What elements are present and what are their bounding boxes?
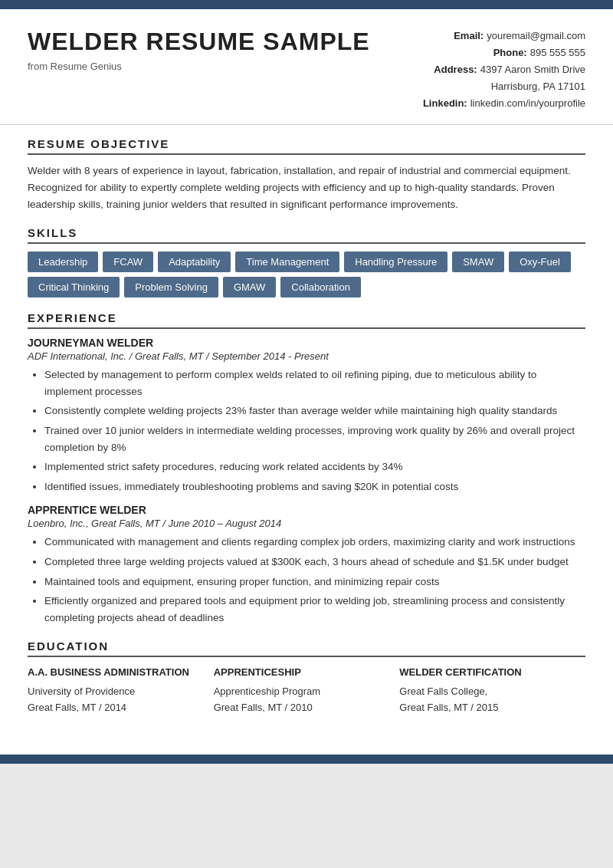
email-label: Email: — [454, 28, 484, 44]
job-entry: APPRENTICE WELDERLoenbro, Inc., Great Fa… — [28, 504, 585, 626]
job-company: ADF International, Inc. / Great Falls, M… — [28, 350, 585, 362]
job-bullet: Maintained tools and equipment, ensuring… — [44, 574, 585, 590]
skill-tag: Collaboration — [280, 277, 361, 298]
skill-tag: Critical Thinking — [28, 277, 120, 298]
edu-col: A.A. BUSINESS ADMINISTRATIONUniversity o… — [28, 665, 214, 715]
objective-title: RESUME OBJECTIVE — [28, 137, 585, 155]
edu-school: University of Providence — [28, 684, 214, 700]
skills-title: SKILLS — [28, 226, 585, 244]
experience-section: EXPERIENCE JOURNEYMAN WELDERADF Internat… — [28, 311, 585, 626]
email-row: Email: youremail@gmail.com — [423, 28, 585, 44]
address-label: Address: — [434, 61, 477, 95]
job-entry: JOURNEYMAN WELDERADF International, Inc.… — [28, 337, 585, 495]
skill-tag: Oxy-Fuel — [509, 252, 571, 272]
edu-program: Apprenticeship Program — [214, 684, 400, 700]
job-bullets: Selected by management to perform comple… — [28, 367, 585, 495]
skill-tag: Adaptability — [158, 252, 231, 272]
job-title: APPRENTICE WELDER — [28, 504, 585, 516]
job-bullet: Efficiently organized and prepared tools… — [44, 593, 585, 626]
header: WELDER RESUME SAMPLE from Resume Genius … — [0, 9, 613, 125]
linkedin-row: Linkedin: linkedin.com/in/yourprofile — [423, 95, 585, 112]
edu-location-year: Great Falls, MT / 2010 — [214, 700, 400, 716]
experience-title: EXPERIENCE — [28, 311, 585, 329]
address-row: Address: 4397 Aaron Smith Drive Harrisbu… — [423, 61, 585, 95]
edu-degree-title: WELDER CERTIFICATION — [399, 665, 585, 681]
skill-tag: Time Management — [235, 252, 339, 272]
phone-label: Phone: — [493, 44, 527, 61]
skill-tag: Leadership — [28, 252, 98, 272]
experience-jobs: JOURNEYMAN WELDERADF International, Inc.… — [28, 337, 585, 626]
edu-col: APPRENTICESHIPApprenticeship ProgramGrea… — [214, 665, 400, 715]
edu-degree-title: APPRENTICESHIP — [214, 665, 400, 681]
job-bullet: Consistently complete welding projects 2… — [44, 403, 585, 419]
skill-tag: Handling Pressure — [344, 252, 447, 272]
education-section: EDUCATION A.A. BUSINESS ADMINISTRATIONUn… — [28, 639, 585, 715]
skill-tag: Problem Solving — [124, 277, 218, 298]
job-bullet: Identified issues, immediately troublesh… — [44, 478, 585, 495]
linkedin-value: linkedin.com/in/yourprofile — [470, 95, 585, 112]
skills-grid: LeadershipFCAWAdaptabilityTime Managemen… — [28, 252, 585, 298]
contact-info: Email: youremail@gmail.com Phone: 895 55… — [423, 28, 585, 112]
bottom-bar — [0, 755, 613, 764]
job-bullet: Trained over 10 junior welders in interm… — [44, 422, 585, 455]
education-title: EDUCATION — [28, 639, 585, 657]
objective-section: RESUME OBJECTIVE Welder with 8 years of … — [28, 137, 585, 212]
edu-col: WELDER CERTIFICATIONGreat Falls College,… — [399, 665, 585, 715]
job-company: Loenbro, Inc., Great Falls, MT / June 20… — [28, 518, 585, 529]
job-title: JOURNEYMAN WELDER — [28, 337, 585, 349]
edu-location-year: Great Falls, MT / 2014 — [28, 700, 214, 716]
resume-page: WELDER RESUME SAMPLE from Resume Genius … — [0, 0, 613, 764]
job-bullet: Implemented strict safety procedures, re… — [44, 459, 585, 475]
edu-degree-title: A.A. BUSINESS ADMINISTRATION — [28, 665, 214, 681]
phone-value: 895 555 555 — [530, 44, 585, 61]
job-bullets: Communicated with management and clients… — [28, 534, 585, 626]
resume-source: from Resume Genius — [28, 61, 370, 72]
resume-title: WELDER RESUME SAMPLE — [28, 28, 370, 56]
education-grid: A.A. BUSINESS ADMINISTRATIONUniversity o… — [28, 665, 585, 715]
main-content: RESUME OBJECTIVE Welder with 8 years of … — [0, 131, 613, 748]
skills-section: SKILLS LeadershipFCAWAdaptabilityTime Ma… — [28, 226, 585, 298]
job-bullet: Completed three large welding projects v… — [44, 554, 585, 570]
skill-tag: FCAW — [103, 252, 153, 272]
job-bullet: Communicated with management and clients… — [44, 534, 585, 551]
job-bullet: Selected by management to perform comple… — [44, 367, 585, 399]
skill-tag: SMAW — [452, 252, 504, 272]
edu-location-year: Great Falls, MT / 2015 — [399, 700, 585, 716]
edu-school: Great Falls College, — [399, 684, 585, 700]
objective-text: Welder with 8 years of experience in lay… — [28, 163, 585, 212]
linkedin-label: Linkedin: — [423, 95, 467, 112]
top-bar — [0, 0, 613, 9]
address-value: 4397 Aaron Smith Drive Harrisburg, PA 17… — [480, 61, 585, 95]
skill-tag: GMAW — [223, 277, 276, 298]
phone-row: Phone: 895 555 555 — [423, 44, 585, 61]
header-left: WELDER RESUME SAMPLE from Resume Genius — [28, 28, 370, 72]
email-value: youremail@gmail.com — [487, 28, 585, 44]
